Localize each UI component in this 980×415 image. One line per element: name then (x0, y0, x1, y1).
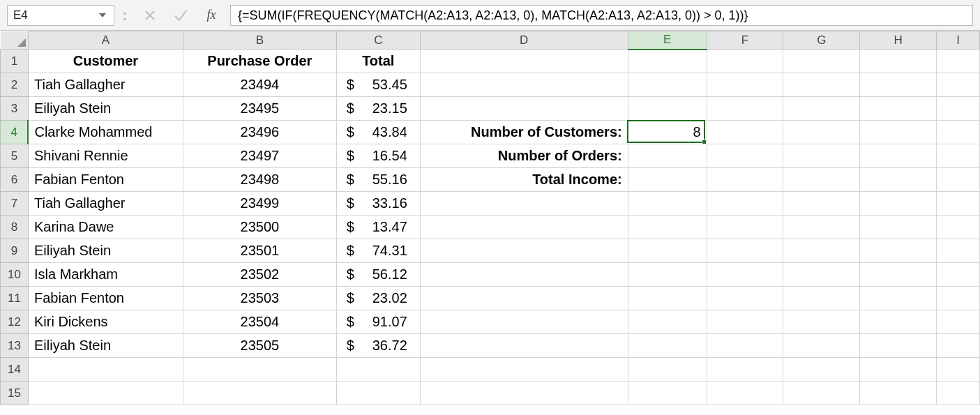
cell-A15[interactable] (28, 382, 183, 405)
cell-G8[interactable] (783, 216, 860, 239)
cell-D3[interactable] (420, 97, 628, 121)
cell-A7[interactable]: Tiah Gallagher (28, 192, 183, 216)
cell-E4[interactable]: 8 (628, 121, 707, 144)
cell-H6[interactable] (860, 168, 937, 192)
insert-function-button[interactable]: fx (197, 0, 226, 30)
cell-E8[interactable] (628, 216, 707, 239)
cell-A9[interactable]: Eiliyah Stein (28, 239, 183, 263)
cell-A2[interactable]: Tiah Gallagher (28, 73, 183, 97)
select-all-corner[interactable] (1, 31, 29, 50)
cell-I10[interactable] (937, 263, 980, 287)
cell-G11[interactable] (783, 287, 860, 310)
cell-A11[interactable]: Fabian Fenton (28, 287, 183, 310)
enter-button[interactable] (166, 0, 195, 30)
cell-H5[interactable] (860, 144, 937, 168)
row-header-7[interactable]: 7 (1, 192, 29, 216)
cell-D15[interactable] (420, 382, 628, 405)
cell-E7[interactable] (628, 192, 707, 216)
cell-D9[interactable] (420, 239, 628, 263)
cell-C3[interactable]: $23.15 (336, 97, 420, 121)
cancel-button[interactable] (135, 0, 165, 30)
cell-B5[interactable]: 23497 (183, 144, 336, 168)
cell-G13[interactable] (783, 334, 860, 358)
cell-B4[interactable]: 23496 (183, 121, 336, 144)
cell-C4[interactable]: $43.84 (336, 121, 420, 144)
cell-F4[interactable] (707, 121, 783, 144)
cell-C2[interactable]: $53.45 (336, 73, 420, 97)
cell-D6[interactable]: Total Income: (420, 168, 628, 192)
cell-I7[interactable] (937, 192, 980, 216)
col-header-I[interactable]: I (937, 31, 980, 50)
cell-D10[interactable] (420, 263, 628, 287)
row-header-12[interactable]: 12 (1, 310, 29, 334)
cell-B1[interactable]: Purchase Order (183, 50, 336, 73)
row-header-2[interactable]: 2 (1, 73, 29, 97)
cell-I11[interactable] (937, 287, 980, 310)
cell-G3[interactable] (783, 97, 860, 121)
cell-G7[interactable] (783, 192, 860, 216)
cell-B10[interactable]: 23502 (183, 263, 336, 287)
cell-G9[interactable] (783, 239, 860, 263)
cell-C14[interactable] (336, 358, 420, 382)
row-header-14[interactable]: 14 (1, 358, 29, 382)
cell-I6[interactable] (937, 168, 980, 192)
cell-F1[interactable] (707, 50, 783, 73)
cell-H3[interactable] (860, 97, 937, 121)
cell-D13[interactable] (420, 334, 628, 358)
cell-A12[interactable]: Kiri Dickens (28, 310, 183, 334)
cell-H1[interactable] (860, 50, 937, 73)
cell-C5[interactable]: $16.54 (336, 144, 420, 168)
cell-F6[interactable] (707, 168, 783, 192)
cell-A8[interactable]: Karina Dawe (28, 216, 183, 239)
cell-B12[interactable]: 23504 (183, 310, 336, 334)
row-header-13[interactable]: 13 (1, 334, 29, 358)
cell-C9[interactable]: $74.31 (336, 239, 420, 263)
cell-A3[interactable]: Eiliyah Stein (28, 97, 183, 121)
cell-C8[interactable]: $13.47 (336, 216, 420, 239)
cell-G15[interactable] (783, 382, 860, 405)
cell-E2[interactable] (628, 73, 707, 97)
cell-D11[interactable] (420, 287, 628, 310)
cell-H15[interactable] (860, 382, 937, 405)
row-header-15[interactable]: 15 (1, 382, 29, 405)
row-header-10[interactable]: 10 (1, 263, 29, 287)
cell-E6[interactable] (628, 168, 707, 192)
cell-F7[interactable] (707, 192, 783, 216)
cell-B9[interactable]: 23501 (183, 239, 336, 263)
cell-H10[interactable] (860, 263, 937, 287)
name-box[interactable]: E4 (7, 5, 114, 26)
col-header-H[interactable]: H (860, 31, 937, 50)
row-header-6[interactable]: 6 (1, 168, 29, 192)
cell-D8[interactable] (420, 216, 628, 239)
cell-F15[interactable] (707, 382, 783, 405)
cell-B7[interactable]: 23499 (183, 192, 336, 216)
cell-G1[interactable] (783, 50, 860, 73)
cell-C13[interactable]: $36.72 (336, 334, 420, 358)
cell-G6[interactable] (783, 168, 860, 192)
cell-I2[interactable] (937, 73, 980, 97)
cell-H2[interactable] (860, 73, 937, 97)
row-header-8[interactable]: 8 (1, 216, 29, 239)
cell-B6[interactable]: 23498 (183, 168, 336, 192)
row-header-11[interactable]: 11 (1, 287, 29, 310)
cell-A10[interactable]: Isla Markham (28, 263, 183, 287)
col-header-A[interactable]: A (28, 31, 183, 50)
cell-C1[interactable]: Total (336, 50, 420, 73)
cell-D5[interactable]: Number of Orders: (420, 144, 628, 168)
cell-G2[interactable] (783, 73, 860, 97)
cell-A4[interactable]: Clarke Mohammed (28, 121, 183, 144)
cell-I13[interactable] (937, 334, 980, 358)
cell-I8[interactable] (937, 216, 980, 239)
cell-B3[interactable]: 23495 (183, 97, 336, 121)
cell-A13[interactable]: Eiliyah Stein (28, 334, 183, 358)
cell-H4[interactable] (860, 121, 937, 144)
row-header-9[interactable]: 9 (1, 239, 29, 263)
cell-F12[interactable] (707, 310, 783, 334)
row-header-1[interactable]: 1 (1, 50, 29, 73)
cell-B15[interactable] (183, 382, 336, 405)
col-header-G[interactable]: G (783, 31, 860, 50)
cell-E10[interactable] (628, 263, 707, 287)
cell-H14[interactable] (860, 358, 937, 382)
col-header-B[interactable]: B (183, 31, 336, 50)
cell-C6[interactable]: $55.16 (336, 168, 420, 192)
